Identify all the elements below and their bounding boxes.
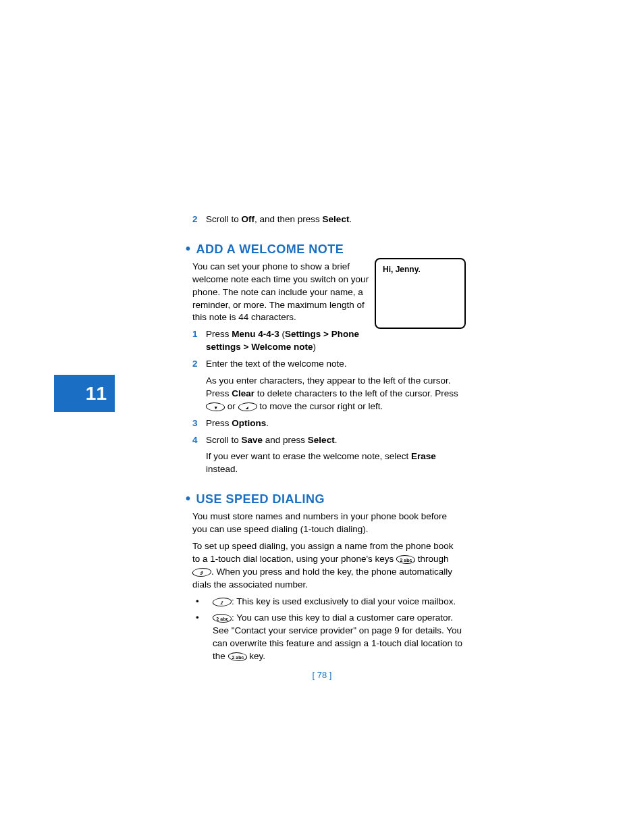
bullet-icon: • (196, 596, 213, 608)
key-9-icon: 9 (191, 568, 212, 577)
paragraph: You must store names and numbers in your… (192, 511, 462, 536)
paragraph: To set up speed dialing, you assign a na… (192, 540, 462, 592)
step-item: 2 Enter the text of the welcome note. (192, 358, 462, 371)
step-text: Enter the text of the welcome note. (206, 358, 462, 371)
step-item: 2 Scroll to Off, and then press Select. (192, 213, 462, 226)
section-heading-speed-dial: USE SPEED DIALING (186, 491, 462, 506)
step-item: 1 Press Menu 4-4-3 (Settings > Phone set… (192, 328, 375, 354)
page-number: [ 78 ] (0, 670, 644, 680)
step-text: Press Options. (206, 417, 462, 430)
step-number: 4 (192, 434, 206, 447)
step-number: 1 (192, 328, 206, 354)
bullet-item: • 1: This key is used exclusively to dia… (196, 596, 462, 608)
step-text: Scroll to Save and press Select. (206, 434, 462, 447)
scroll-down-key-icon: ▾ (205, 402, 225, 411)
bullet-text: 2 abc: You can use this key to dial a cu… (213, 612, 462, 663)
key-1-icon: 1 (211, 598, 232, 606)
step-number: 2 (192, 213, 206, 226)
sub-paragraph: If you ever want to erase the welcome no… (206, 450, 462, 476)
manual-page: 11 Hi, Jenny. 2 Scroll to Off, and then … (0, 0, 644, 834)
sub-paragraph: As you enter characters, they appear to … (206, 375, 462, 413)
step-text: Scroll to Off, and then press Select. (206, 213, 462, 226)
step-number: 2 (192, 358, 206, 371)
chapter-tab: 11 (54, 375, 115, 412)
key-2-icon: 2 abc (395, 555, 416, 564)
step-item: 4 Scroll to Save and press Select. (192, 434, 462, 447)
paragraph: You can set your phone to show a brief w… (192, 261, 375, 324)
key-2-icon: 2 abc (211, 614, 232, 623)
step-number: 3 (192, 417, 206, 430)
step-item: 3 Press Options. (192, 417, 462, 430)
scroll-up-key-icon: ▴ (237, 402, 258, 411)
section-heading-welcome: ADD A WELCOME NOTE (186, 241, 462, 257)
key-2-icon: 2 abc (227, 652, 248, 661)
page-content: 2 Scroll to Off, and then press Select. … (179, 209, 462, 667)
chapter-number: 11 (86, 383, 107, 405)
bullet-icon: • (196, 612, 213, 663)
step-text: Press Menu 4-4-3 (Settings > Phone setti… (206, 328, 375, 354)
bullet-item: • 2 abc: You can use this key to dial a … (196, 612, 462, 663)
bullet-text: 1: This key is used exclusively to dial … (213, 596, 462, 608)
